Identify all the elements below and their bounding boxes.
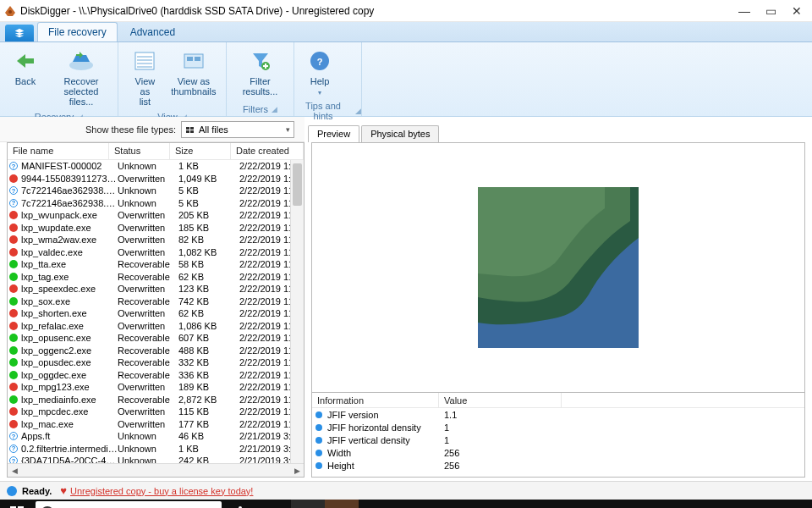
- recoverable-icon: [9, 346, 18, 355]
- info-row: JFIF version1.1: [312, 408, 804, 421]
- preview-image: [478, 187, 639, 348]
- unknown-icon: ?: [9, 186, 18, 195]
- svg-text:?: ?: [317, 57, 323, 67]
- overwritten-icon: [9, 235, 18, 244]
- svg-point-0: [8, 10, 12, 14]
- unknown-icon: ?: [9, 432, 18, 440]
- svg-rect-9: [186, 127, 189, 130]
- tab-advanced[interactable]: Advanced: [119, 22, 186, 41]
- recover-selected-button[interactable]: Recover selected files...: [46, 46, 117, 108]
- table-row[interactable]: lxp_wupdate.exeOverwritten185 KB2/22/201…: [8, 222, 304, 235]
- horizontal-scrollbar[interactable]: ◀▶: [8, 463, 304, 477]
- tab-preview[interactable]: Preview: [308, 125, 359, 142]
- filter-bar: Show these file types: All files ▾: [0, 117, 304, 142]
- table-row[interactable]: lxp_oggenc2.exeRecoverable488 KB2/22/201…: [8, 345, 304, 357]
- table-row[interactable]: lxp_mediainfo.exeRecoverable2,872 KB2/22…: [8, 394, 304, 406]
- taskbar-explorer-icon[interactable]: [291, 500, 325, 508]
- taskbar-search[interactable]: Type here to search: [36, 501, 222, 508]
- start-button[interactable]: [0, 500, 34, 508]
- table-row[interactable]: lxp_opusenc.exeRecoverable607 KB2/22/201…: [8, 332, 304, 345]
- license-link[interactable]: Unregistered copy - buy a license key to…: [70, 486, 253, 496]
- overwritten-icon: [9, 420, 18, 428]
- table-row[interactable]: ?Apps.ftUnknown46 KB2/21/2019 3:1: [8, 430, 304, 443]
- overwritten-icon: [9, 383, 18, 391]
- table-row[interactable]: lxp_oggdec.exeRecoverable336 KB2/22/2019…: [8, 369, 304, 382]
- table-row[interactable]: ?7c722146ae362938.verUnknown5 KB2/22/201…: [8, 197, 304, 210]
- table-row[interactable]: lxp_mpcdec.exeOverwritten115 KB2/22/2019…: [8, 406, 304, 418]
- preview-pane: [311, 142, 805, 393]
- col-filename[interactable]: File name: [8, 143, 109, 159]
- overwritten-icon: [9, 284, 18, 293]
- recoverable-icon: [9, 395, 18, 404]
- task-view-icon[interactable]: [257, 500, 291, 508]
- info-row: JFIF vertical density1: [312, 433, 804, 446]
- close-button[interactable]: ✕: [792, 4, 802, 18]
- info-col-key[interactable]: Information: [312, 393, 439, 407]
- cortana-mic-icon[interactable]: [223, 500, 257, 508]
- view-list-button[interactable]: View as list: [123, 46, 167, 108]
- unknown-icon: ?: [9, 199, 18, 207]
- table-row[interactable]: lxp_speexdec.exeOverwritten123 KB2/22/20…: [8, 283, 304, 295]
- overwritten-icon: [9, 174, 18, 183]
- table-row[interactable]: ?{3DA71D5A-20CC-432F-A...Unknown242 KB2/…: [8, 455, 304, 463]
- col-date[interactable]: Date created: [231, 143, 304, 159]
- table-row[interactable]: lxp_wma2wav.exeOverwritten82 KB2/22/2019…: [8, 234, 304, 246]
- table-row[interactable]: lxp_refalac.exeOverwritten1,086 KB2/22/2…: [8, 320, 304, 333]
- table-row[interactable]: 9944-1550839112731144.Overwritten1,049 K…: [8, 173, 304, 185]
- bullet-icon: [315, 450, 322, 456]
- status-text: Ready.: [22, 486, 52, 496]
- taskbar-diskdigger-icon[interactable]: [325, 500, 359, 508]
- recoverable-icon: [9, 273, 18, 281]
- bullet-icon: [315, 411, 322, 418]
- overwritten-icon: [9, 309, 18, 318]
- table-row[interactable]: lxp_opusdec.exeRecoverable332 KB2/22/201…: [8, 356, 304, 369]
- minimize-button[interactable]: —: [738, 4, 750, 18]
- col-status[interactable]: Status: [109, 143, 170, 159]
- help-button[interactable]: ? Help▾: [299, 46, 340, 100]
- bullet-icon: [315, 424, 322, 431]
- view-thumbnails-button[interactable]: View as thumbnails: [167, 46, 221, 98]
- col-size[interactable]: Size: [170, 143, 231, 159]
- app-menu-tab[interactable]: [5, 25, 34, 41]
- tab-file-recovery[interactable]: File recovery: [37, 22, 118, 41]
- table-row[interactable]: ?MANIFEST-000002Unknown1 KB2/22/2019 1:3: [8, 160, 304, 173]
- table-row[interactable]: lxp_wvunpack.exeOverwritten205 KB2/22/20…: [8, 209, 304, 222]
- table-row[interactable]: lxp_sox.exeRecoverable742 KB2/22/2019 11…: [8, 295, 304, 308]
- unknown-icon: ?: [9, 456, 18, 463]
- status-bar: Ready. ♥ Unregistered copy - buy a licen…: [0, 481, 812, 500]
- file-type-combo[interactable]: All files ▾: [181, 121, 294, 138]
- info-col-value[interactable]: Value: [439, 393, 562, 407]
- table-row[interactable]: lxp_tta.exeRecoverable58 KB2/22/2019 11:: [8, 258, 304, 271]
- window-title: DiskDigger - \\.\PhysicalDrive0 (harddis…: [20, 5, 738, 17]
- tab-physical-bytes[interactable]: Physical bytes: [361, 125, 439, 142]
- svg-rect-12: [190, 130, 194, 133]
- table-row[interactable]: lxp_mac.exeOverwritten177 KB2/22/2019 11…: [8, 418, 304, 431]
- back-button[interactable]: Back: [5, 46, 46, 88]
- filter-results-button[interactable]: Filter results...: [232, 46, 288, 98]
- table-row[interactable]: ?7c722146ae362938.sigUnknown5 KB2/22/201…: [8, 185, 304, 197]
- titlebar: DiskDigger - \\.\PhysicalDrive0 (harddis…: [0, 0, 812, 22]
- file-list-pane: File name Status Size Date created ?MANI…: [7, 142, 304, 478]
- table-row[interactable]: ?0.2.filtertrie.intermediate...Unknown1 …: [8, 443, 304, 456]
- table-row[interactable]: lxp_tag.exeRecoverable62 KB2/22/2019 11:: [8, 271, 304, 284]
- unknown-icon: ?: [9, 162, 18, 170]
- main-tabstrip: File recovery Advanced: [0, 22, 812, 42]
- table-row[interactable]: lxp_valdec.exeOverwritten1,082 KB2/22/20…: [8, 246, 304, 259]
- overwritten-icon: [9, 322, 18, 330]
- status-icon: [7, 486, 17, 496]
- bullet-icon: [315, 462, 322, 469]
- app-icon: [3, 4, 17, 18]
- maximize-button[interactable]: ▭: [765, 4, 776, 18]
- info-row: JFIF horizontal density1: [312, 421, 804, 433]
- table-row[interactable]: lxp_shorten.exeOverwritten62 KB2/22/2019…: [8, 307, 304, 320]
- filter-label: Show these file types:: [85, 124, 176, 135]
- info-panel: Information Value JFIF version1.1JFIF ho…: [311, 393, 805, 478]
- overwritten-icon: [9, 211, 18, 219]
- recoverable-icon: [9, 371, 18, 379]
- vertical-scrollbar[interactable]: [290, 160, 304, 463]
- table-row[interactable]: lxp_mpg123.exeOverwritten189 KB2/22/2019…: [8, 381, 304, 394]
- bullet-icon: [315, 437, 322, 444]
- svg-rect-5: [195, 57, 200, 61]
- ribbon: Back Recover selected files... Recovery◢…: [0, 42, 812, 117]
- unknown-icon: ?: [9, 444, 18, 453]
